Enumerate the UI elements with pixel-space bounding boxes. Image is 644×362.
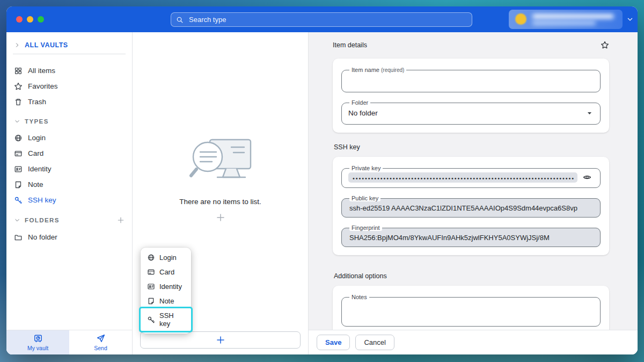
- save-button[interactable]: Save: [317, 335, 350, 350]
- notes-textarea[interactable]: [348, 301, 594, 321]
- plus-icon: [216, 335, 225, 345]
- additional-options-card: Notes: [333, 286, 609, 330]
- sidebar-item-identity[interactable]: Identity: [6, 161, 132, 177]
- menu-item-label: Card: [159, 268, 174, 276]
- sidebar-item-no-folder[interactable]: No folder: [6, 229, 132, 245]
- globe-icon: [14, 134, 23, 142]
- sidebar-bottom-tabs: My vault Send: [6, 330, 132, 354]
- required-hint: (required): [381, 67, 404, 73]
- private-key-field: Private key ••••••••••••••••••••••••••••…: [341, 165, 601, 188]
- titlebar: [6, 6, 638, 32]
- sidebar-divider: [13, 54, 126, 54]
- sidebar-item-trash[interactable]: Trash: [6, 94, 132, 110]
- sidebar-item-login[interactable]: Login: [6, 130, 132, 146]
- close-window-button[interactable]: [16, 16, 23, 23]
- sidebar-item-note[interactable]: Note: [6, 177, 132, 192]
- types-header-label: TYPES: [25, 118, 49, 125]
- folder-value: No folder: [348, 109, 378, 117]
- card-icon: [14, 149, 23, 158]
- chevron-down-icon: [14, 118, 20, 125]
- sidebar-item-label: Card: [28, 149, 43, 157]
- fingerprint-value: SHA256:BpjMO4m/8YkwAUFIn9AHk5zjwlFKHY5A0…: [348, 231, 594, 242]
- menu-item-card[interactable]: Card: [141, 265, 191, 279]
- zoom-window-button[interactable]: [38, 16, 44, 23]
- public-key-value: ssh-ed25519 AAAAC3NzaC1lZDI1NTE5AAAAIOp4…: [348, 202, 594, 212]
- account-menu[interactable]: [509, 10, 623, 29]
- folder-select[interactable]: Folder No folder: [341, 99, 601, 125]
- caret-down-icon[interactable]: [586, 109, 594, 117]
- all-vaults-toggle[interactable]: ALL VAULTS: [6, 39, 132, 54]
- empty-message: There are no items to list.: [179, 198, 261, 206]
- sidebar-item-label: Trash: [28, 98, 46, 106]
- sidebar-item-ssh-key[interactable]: SSH key: [6, 192, 132, 208]
- eye-icon: [583, 173, 591, 182]
- menu-item-label: Identity: [159, 283, 182, 291]
- identity-icon: [14, 165, 23, 173]
- sidebar-item-label: Favorites: [28, 82, 58, 90]
- notes-field[interactable]: Notes: [341, 294, 601, 327]
- sidebar-item-favorites[interactable]: Favorites: [6, 78, 132, 94]
- public-key-label: Public key: [352, 195, 378, 201]
- folder-label: Folder: [352, 99, 368, 106]
- search-bar[interactable]: [171, 12, 472, 27]
- folders-section-header[interactable]: FOLDERS: [6, 208, 132, 229]
- new-item-button[interactable]: [140, 331, 301, 349]
- notes-label: Notes: [352, 294, 367, 300]
- sidebar-item-card[interactable]: Card: [6, 146, 132, 161]
- favorite-star-icon[interactable]: [601, 41, 609, 49]
- minimize-window-button[interactable]: [27, 16, 33, 23]
- sidebar-item-label: No folder: [28, 233, 57, 241]
- trash-icon: [14, 98, 23, 106]
- types-section-header[interactable]: TYPES: [6, 110, 132, 130]
- vault-icon: [33, 334, 43, 343]
- ssh-key-card: Private key ••••••••••••••••••••••••••••…: [333, 157, 609, 255]
- menu-item-label: Login: [159, 254, 177, 262]
- app-window: ALL VAULTS All items Favorites Trash: [6, 6, 638, 354]
- sidebar-item-all-items[interactable]: All items: [6, 63, 132, 78]
- item-details-card: Item name (required) Folder No folder: [333, 59, 609, 133]
- tab-send[interactable]: Send: [69, 330, 132, 354]
- grid-icon: [14, 67, 23, 75]
- folder-icon: [14, 233, 23, 242]
- sidebar-item-label: SSH key: [28, 196, 56, 204]
- note-icon: [147, 297, 155, 305]
- item-name-field[interactable]: Item name (required): [341, 67, 601, 92]
- details-content: Item details Item name (required) Folder…: [309, 32, 638, 330]
- fingerprint-label: Fingerprint: [352, 225, 380, 231]
- tab-label: Send: [94, 345, 107, 351]
- menu-item-login[interactable]: Login: [141, 250, 191, 265]
- key-icon: [14, 196, 23, 205]
- menu-item-label: SSH key: [159, 312, 185, 328]
- chevron-right-icon: [14, 42, 20, 48]
- avatar: [515, 13, 526, 25]
- search-input[interactable]: [188, 15, 467, 24]
- details-header: Item details: [333, 41, 367, 49]
- key-icon: [147, 316, 155, 324]
- new-item-menu: Login Card Identity Note: [141, 248, 191, 334]
- add-folder-button[interactable]: [117, 216, 125, 224]
- menu-item-note[interactable]: Note: [141, 294, 191, 308]
- empty-state-illustration: [186, 136, 255, 190]
- item-list-panel: There are no items to list. Login Card I: [133, 32, 309, 354]
- account-chevron-down-icon[interactable]: [626, 16, 634, 23]
- tab-my-vault[interactable]: My vault: [6, 330, 69, 354]
- fingerprint-field: Fingerprint SHA256:BpjMO4m/8YkwAUFIn9AHk…: [341, 225, 601, 247]
- empty-state: There are no items to list.: [133, 136, 308, 222]
- tab-label: My vault: [27, 345, 48, 351]
- toggle-private-key-visibility-button[interactable]: [581, 172, 594, 183]
- details-footer: Save Cancel: [309, 330, 638, 354]
- menu-item-identity[interactable]: Identity: [141, 279, 191, 294]
- account-redacted-text: [532, 21, 596, 25]
- item-details-panel: Item details Item name (required) Folder…: [309, 32, 638, 354]
- chevron-down-icon: [14, 217, 20, 223]
- item-name-label: Item name: [352, 67, 379, 73]
- sidebar-item-label: Login: [28, 134, 46, 142]
- desktop-wallpaper: ALL VAULTS All items Favorites Trash: [0, 0, 644, 362]
- all-vaults-label: ALL VAULTS: [25, 41, 68, 49]
- globe-icon: [147, 254, 155, 262]
- search-icon: [176, 16, 184, 24]
- item-name-input[interactable]: [348, 74, 594, 87]
- menu-item-ssh-key[interactable]: SSH key: [141, 308, 191, 331]
- cancel-button[interactable]: Cancel: [355, 335, 394, 350]
- plus-icon: [216, 213, 225, 222]
